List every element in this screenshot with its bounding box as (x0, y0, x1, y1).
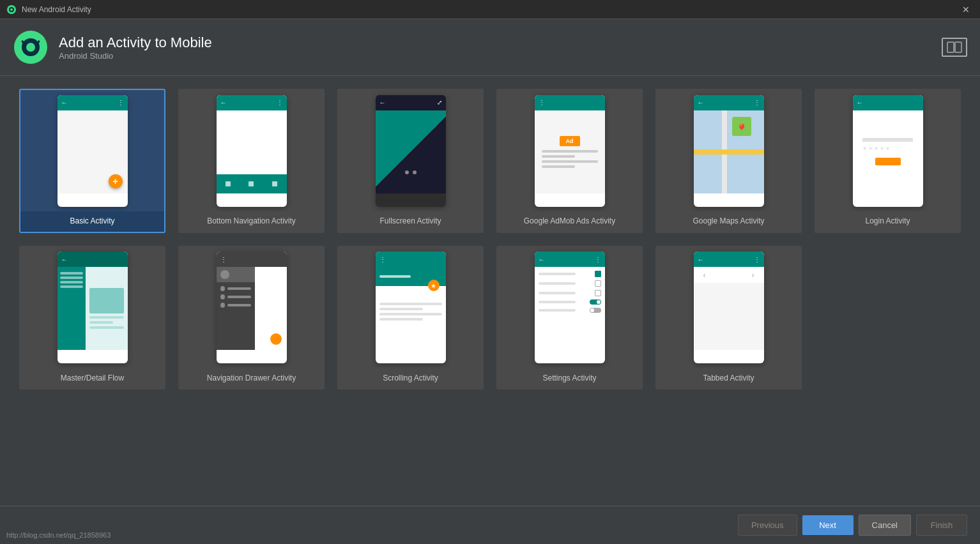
phone-header-admob: ⋮ (535, 95, 605, 110)
phone-body-maps: 📍 (694, 110, 764, 193)
android-studio-logo (13, 29, 49, 65)
activity-card-basic[interactable]: ← ⋮ + Basic Activity (19, 89, 165, 233)
drawer-dot-3 (220, 303, 225, 308)
watermark: http://blog.csdn.net/qq_21858963 (6, 531, 111, 539)
card-preview-scrolling: ⋮ ★ (339, 247, 482, 368)
drawer-label-1 (227, 287, 251, 290)
activity-card-admob[interactable]: ⋮ Ad Google AdMob Ads Activity (496, 89, 643, 233)
fullscreen-dots (405, 170, 417, 174)
tab-right-arrow-icon: › (752, 271, 754, 280)
drawer-dot-1 (220, 286, 225, 291)
activity-card-maps[interactable]: ← ⋮ 📍 Google Maps Activity (655, 89, 802, 233)
next-button[interactable]: Next (802, 515, 854, 535)
star-4: ★ (880, 146, 884, 151)
window-layout-icon (947, 42, 962, 53)
content-line-4 (542, 165, 576, 168)
activity-card-tabbed[interactable]: ← ⋮ ‹ › Tabbed Activity (655, 246, 802, 390)
activity-card-nav-drawer[interactable]: ⋮ (178, 246, 325, 390)
detail-image (89, 288, 124, 314)
fullscreen-icon: ⤢ (437, 99, 442, 106)
nav-item-1 (226, 181, 231, 186)
card-label-nav-drawer: Navigation Drawer Activity (180, 368, 323, 389)
header: Add an Activity to Mobile Android Studio (0, 19, 980, 76)
menu-dots-icon: ⋮ (595, 256, 601, 263)
phone-body-scrolling: ★ (376, 267, 446, 350)
menu-dots-icon: ⋮ (754, 99, 760, 106)
card-label-tabbed: Tabbed Activity (657, 368, 800, 389)
back-arrow-icon: ← (539, 256, 545, 263)
drawer-item-2 (220, 294, 252, 299)
tab-left-arrow-icon: ‹ (703, 271, 706, 280)
card-label-admob: Google AdMob Ads Activity (498, 211, 641, 232)
drawer-label-3 (227, 304, 251, 306)
card-label-scrolling: Scrolling Activity (339, 368, 482, 389)
menu-dots-icon: ⋮ (539, 99, 545, 106)
activity-card-bottom-nav[interactable]: ← ⋮ Bottom Navigation Activity (178, 89, 325, 233)
phone-header-bottom-nav: ← ⋮ (217, 95, 287, 110)
finish-button[interactable]: Finish (916, 515, 967, 536)
svg-point-5 (26, 43, 35, 52)
back-arrow-icon: ← (698, 99, 704, 106)
close-button[interactable]: ✕ (958, 3, 974, 16)
phone-body-master-detail (57, 267, 128, 350)
settings-label-2 (539, 282, 576, 285)
previous-button[interactable]: Previous (738, 515, 797, 536)
main-content: ← ⋮ + Basic Activity ← ⋮ (0, 76, 980, 506)
phone-mockup-settings: ← ⋮ (535, 252, 605, 363)
nav-item-2 (249, 181, 254, 186)
detail-line-3 (89, 326, 124, 329)
detail-line-1 (89, 316, 124, 319)
header-text: Add an Activity to Mobile Android Studio (59, 34, 212, 61)
activities-grid: ← ⋮ + Basic Activity ← ⋮ (19, 89, 961, 389)
activity-card-master-detail[interactable]: ← (19, 246, 165, 390)
header-right (942, 38, 967, 57)
settings-toggle-off (590, 308, 601, 313)
settings-checkbox-empty (595, 280, 601, 287)
phone-header-master-detail: ← (57, 252, 128, 267)
login-stars: ★ ★ ★ ★ ★ (862, 146, 914, 151)
phone-body-nav-drawer (217, 267, 287, 350)
back-arrow-icon: ← (698, 256, 704, 263)
activity-card-settings[interactable]: ← ⋮ (496, 246, 643, 390)
scroll-header-line (379, 275, 411, 278)
detail-line-2 (89, 321, 114, 324)
phone-mockup-tabbed: ← ⋮ ‹ › (694, 252, 764, 363)
activity-card-login[interactable]: ← ★ ★ ★ ★ ★ Login Activ (815, 89, 961, 233)
login-submit-button (875, 158, 901, 165)
master-item-3 (60, 281, 83, 283)
scroll-line-1 (379, 303, 442, 305)
phone-header: ← ⋮ (57, 95, 128, 110)
master-item-4 (60, 285, 83, 288)
cancel-button[interactable]: Cancel (859, 515, 911, 536)
settings-label-4 (539, 301, 576, 303)
back-arrow-icon: ← (220, 99, 227, 106)
card-preview-master-detail: ← (20, 247, 164, 368)
page-subtitle: Android Studio (59, 51, 212, 61)
title-bar: New Android Activity ✕ (0, 0, 980, 19)
scroll-line-2 (379, 308, 424, 310)
activity-card-scrolling[interactable]: ⋮ ★ (337, 246, 484, 390)
card-label-bottom-nav: Bottom Navigation Activity (180, 211, 323, 232)
phone-mockup-admob: ⋮ Ad (535, 95, 605, 207)
phone-header-tabbed: ← ⋮ (694, 252, 764, 267)
settings-row-4 (539, 299, 601, 305)
scroll-line-3 (379, 313, 442, 315)
title-bar-left: New Android Activity (6, 4, 91, 15)
star-5: ★ (885, 146, 890, 151)
back-arrow-icon: ← (857, 99, 863, 106)
activity-card-fullscreen[interactable]: ← ⤢ Fullscreen Activity (337, 89, 484, 233)
drawer-label-2 (227, 296, 251, 298)
scroll-content (376, 299, 446, 324)
scroll-fab-icon: ★ (428, 280, 440, 291)
settings-row-5 (539, 308, 601, 313)
menu-dots-icon: ⋮ (754, 256, 760, 263)
card-preview-nav-drawer: ⋮ (180, 247, 323, 368)
map-background: 📍 (694, 110, 764, 193)
settings-row-2 (539, 280, 601, 287)
window-icon (942, 38, 967, 57)
phone-mockup-bottom-nav: ← ⋮ (217, 95, 287, 207)
menu-dots-icon: ⋮ (220, 256, 227, 263)
scroll-line-4 (379, 318, 424, 321)
settings-toggle-on (590, 299, 601, 305)
back-arrow-icon: ← (61, 256, 68, 263)
